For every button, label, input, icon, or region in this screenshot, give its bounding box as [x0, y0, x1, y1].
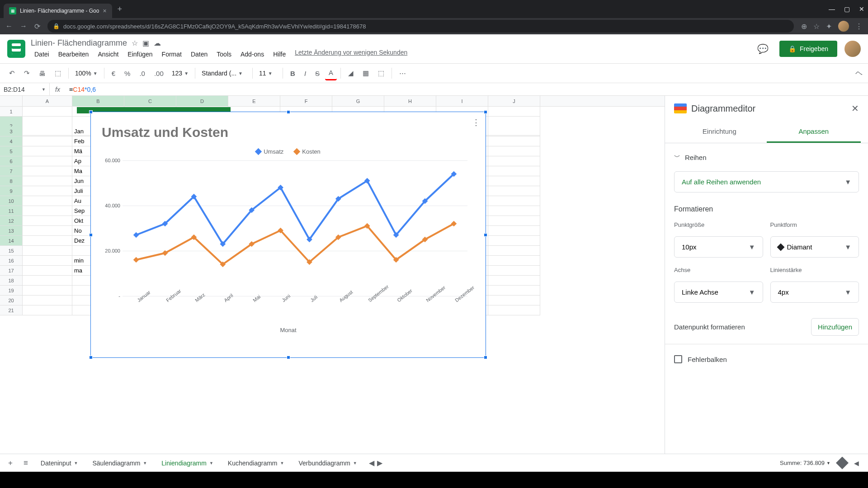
text-color-button[interactable]: A: [325, 66, 337, 80]
side-panel-toggle-icon[interactable]: ◀: [854, 460, 859, 467]
cell[interactable]: [488, 296, 540, 305]
extensions-icon[interactable]: ✦: [826, 22, 832, 31]
row-header[interactable]: 16: [0, 256, 23, 266]
cell[interactable]: [488, 276, 540, 286]
url-input[interactable]: 🔒 docs.google.com/spreadsheets/d/16sZAG8…: [47, 20, 794, 33]
profile-avatar-icon[interactable]: [838, 21, 849, 32]
col-header[interactable]: I: [436, 96, 488, 106]
browser-tab[interactable]: ▦ Linien- Flächendiagramme - Goo ×: [4, 4, 112, 18]
reload-icon[interactable]: ⟳: [34, 22, 40, 31]
col-header[interactable]: H: [384, 96, 436, 106]
cell[interactable]: [488, 216, 540, 226]
point-size-select[interactable]: 10px▼: [674, 236, 763, 258]
sheets-logo-icon[interactable]: [7, 40, 25, 58]
resize-handle[interactable]: [287, 356, 290, 359]
close-window-icon[interactable]: ✕: [859, 5, 864, 13]
percent-button[interactable]: %: [121, 67, 134, 80]
last-edit-link[interactable]: Letzte Änderung vor wenigen Sekunden: [295, 49, 407, 60]
collapse-toolbar-icon[interactable]: ヘ: [855, 69, 863, 78]
col-header[interactable]: A: [23, 96, 72, 106]
cell[interactable]: [488, 256, 540, 266]
menu-insert[interactable]: Einfügen: [124, 49, 156, 60]
cell[interactable]: [488, 127, 540, 136]
col-header[interactable]: D: [176, 96, 228, 106]
minimize-icon[interactable]: —: [829, 5, 835, 13]
row-header[interactable]: 10: [0, 196, 23, 206]
col-header[interactable]: G: [332, 96, 384, 106]
tab-setup[interactable]: Einrichtung: [672, 121, 767, 143]
forward-icon[interactable]: →: [20, 22, 27, 30]
formula-input[interactable]: =C14*0,6: [66, 86, 868, 93]
menu-format[interactable]: Format: [158, 49, 185, 60]
back-icon[interactable]: ←: [5, 22, 13, 30]
cell[interactable]: [488, 246, 540, 256]
tab-nav-left-icon[interactable]: ◀: [369, 459, 374, 467]
cell[interactable]: [488, 286, 540, 296]
document-title[interactable]: Linien- Flächendiagramme: [31, 38, 127, 48]
axis-select[interactable]: Linke Achse▼: [674, 282, 763, 303]
cell[interactable]: [23, 127, 72, 136]
row-header[interactable]: 3: [0, 127, 23, 136]
cell[interactable]: [488, 146, 540, 156]
borders-button[interactable]: ▦: [359, 66, 373, 80]
menu-edit[interactable]: Bearbeiten: [55, 49, 93, 60]
add-sheet-button[interactable]: +: [4, 456, 17, 470]
menu-view[interactable]: Ansicht: [94, 49, 122, 60]
row-header[interactable]: 12: [0, 216, 23, 226]
bold-button[interactable]: B: [287, 67, 299, 80]
cell[interactable]: [23, 256, 72, 266]
cell[interactable]: [23, 286, 72, 296]
resize-handle[interactable]: [484, 233, 487, 237]
cell[interactable]: [488, 266, 540, 276]
more-button[interactable]: ⋯: [396, 66, 410, 80]
cell[interactable]: [488, 305, 540, 315]
col-header[interactable]: F: [280, 96, 332, 106]
cell[interactable]: [23, 166, 72, 176]
menu-tools[interactable]: Tools: [213, 49, 235, 60]
cell[interactable]: [23, 305, 72, 315]
font-size-select[interactable]: 11▼: [256, 68, 279, 79]
row-header[interactable]: 14: [0, 236, 23, 246]
section-series[interactable]: ﹀ Reihen: [674, 149, 859, 166]
comments-button[interactable]: 💬: [754, 40, 772, 58]
aggregate-select[interactable]: Summe: 736.809▼: [780, 460, 830, 466]
cell[interactable]: [23, 186, 72, 196]
sheet-tab[interactable]: Verbunddiagramm▼: [292, 456, 363, 470]
cell[interactable]: [23, 136, 72, 146]
close-sidebar-icon[interactable]: ✕: [851, 103, 859, 114]
resize-handle[interactable]: [89, 110, 93, 114]
cell[interactable]: [488, 176, 540, 186]
browser-menu-icon[interactable]: ⋮: [855, 22, 863, 31]
row-header[interactable]: 7: [0, 166, 23, 176]
resize-handle[interactable]: [89, 356, 93, 359]
row-header[interactable]: 9: [0, 186, 23, 196]
paint-format-button[interactable]: ⬚: [51, 66, 65, 80]
cell[interactable]: [23, 107, 72, 117]
row-header[interactable]: 4: [0, 136, 23, 146]
print-button[interactable]: 🖶: [35, 67, 49, 80]
close-tab-icon[interactable]: ×: [103, 7, 106, 14]
sheet-tab-active[interactable]: Liniendiagramm▼: [155, 456, 220, 470]
cell[interactable]: [488, 206, 540, 216]
zoom-icon[interactable]: ⊕: [801, 22, 807, 31]
sheet-tab[interactable]: Säulendiagramm▼: [86, 456, 154, 470]
row-header[interactable]: 17: [0, 266, 23, 276]
italic-button[interactable]: I: [301, 67, 310, 80]
undo-button[interactable]: ↶: [5, 66, 19, 80]
spreadsheet-grid[interactable]: A B C D E F G H I J 123Jan4Feb5Mä6Ap7Ma8…: [0, 96, 665, 454]
cell[interactable]: [23, 206, 72, 216]
cell[interactable]: [23, 296, 72, 305]
row-header[interactable]: 8: [0, 176, 23, 186]
cell[interactable]: [23, 176, 72, 186]
resize-handle[interactable]: [89, 233, 93, 237]
resize-handle[interactable]: [287, 110, 290, 114]
fill-color-button[interactable]: ◢: [344, 66, 357, 80]
name-box[interactable]: B2:D14▼: [0, 83, 50, 95]
cell[interactable]: [23, 276, 72, 286]
cell[interactable]: [488, 226, 540, 236]
row-header[interactable]: 11: [0, 206, 23, 216]
cell[interactable]: [488, 196, 540, 206]
account-avatar[interactable]: [844, 41, 861, 57]
cell[interactable]: [488, 156, 540, 166]
row-header[interactable]: 6: [0, 156, 23, 166]
